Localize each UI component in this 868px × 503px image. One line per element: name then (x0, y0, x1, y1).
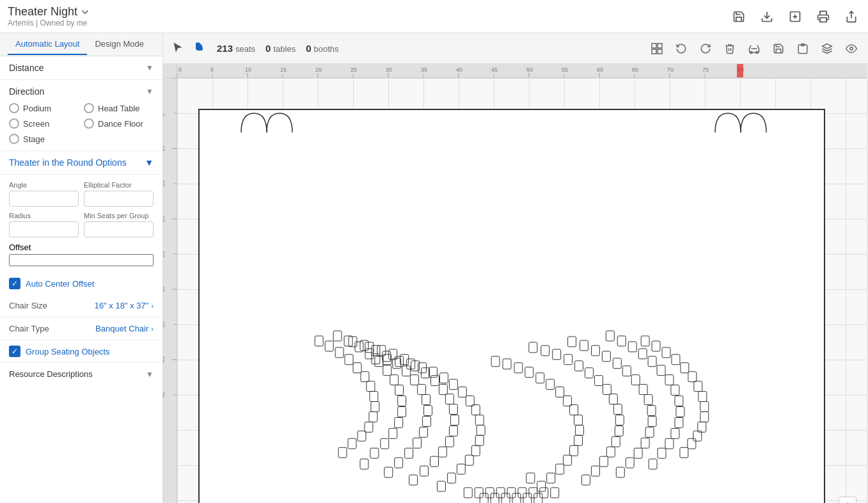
save-icon[interactable] (730, 8, 748, 26)
resource-desc-row[interactable]: Resource Descriptions ▼ (0, 363, 162, 385)
svg-rect-154 (485, 488, 494, 498)
canvas-wrapper[interactable]: 0 5 10 15 20 25 30 35 (163, 64, 868, 503)
radio-podium-circle (9, 103, 19, 113)
svg-text:15: 15 (280, 67, 287, 73)
hand-tool[interactable] (190, 38, 208, 58)
canvas-toolbar: 213 seats 0 tables 0 booths (163, 33, 868, 64)
chair-type-row[interactable]: Chair Type Banquet Chair › (0, 317, 162, 340)
svg-rect-93 (390, 375, 398, 385)
svg-rect-197 (626, 458, 634, 468)
svg-rect-118 (430, 456, 439, 467)
theater-options-header[interactable]: Theater in the Round Options ▼ (0, 151, 162, 175)
offset-input[interactable]: 0.00ft (9, 254, 154, 266)
svg-rect-200 (645, 427, 654, 437)
eye-icon[interactable] (841, 38, 862, 59)
svg-rect-134 (447, 473, 455, 483)
save2-icon[interactable] (768, 38, 789, 59)
export-icon[interactable] (786, 8, 804, 26)
share-icon[interactable] (842, 8, 860, 26)
title-dropdown-icon[interactable] (80, 7, 90, 17)
radio-stage[interactable]: Stage (9, 134, 79, 144)
auto-center-row[interactable]: Auto Center Offset (0, 273, 162, 294)
redo-icon[interactable] (695, 38, 716, 59)
svg-rect-163 (547, 473, 555, 483)
svg-rect-7 (658, 44, 662, 48)
radio-dance-floor[interactable]: Dance Floor (84, 118, 154, 129)
svg-rect-181 (599, 456, 608, 467)
svg-rect-190 (585, 368, 594, 378)
svg-rect-223 (638, 349, 647, 359)
svg-rect-226 (606, 331, 614, 341)
svg-rect-161 (537, 481, 546, 491)
direction-options: Podium Head Table Screen Dance Floor Sta… (9, 103, 154, 144)
svg-rect-213 (658, 448, 666, 458)
svg-rect-71 (338, 447, 347, 458)
chair-size-value[interactable]: 16" x 18" x 37" › (95, 301, 154, 310)
cursor-tool[interactable] (170, 39, 186, 58)
svg-rect-143 (458, 387, 466, 397)
radio-head-table[interactable]: Head Table (84, 103, 154, 113)
theater-options-label: Theater in the Round Options (9, 157, 127, 168)
radius-input[interactable]: 10.00ft (9, 221, 79, 237)
svg-rect-4 (820, 17, 826, 22)
svg-rect-156 (507, 488, 516, 498)
svg-rect-80 (353, 363, 361, 373)
seats-count: 213 (217, 43, 233, 54)
svg-rect-212 (649, 459, 657, 469)
svg-rect-72 (348, 438, 356, 449)
svg-rect-103 (413, 438, 422, 448)
svg-rect-218 (675, 396, 683, 406)
distance-header[interactable]: Distance ▼ (9, 63, 154, 73)
layout-grid-icon[interactable] (647, 38, 667, 59)
svg-rect-129 (400, 355, 409, 365)
min-seats-field: Min Seats per Group 11 (84, 212, 154, 237)
group-seating-checkbox[interactable] (9, 346, 20, 357)
head-table-label: Head Table (98, 104, 140, 113)
svg-rect-208 (602, 351, 610, 362)
svg-rect-183 (612, 436, 620, 447)
chair-type-chevron: › (151, 325, 154, 333)
radio-head-table-circle (84, 103, 94, 113)
tab-automatic-layout[interactable]: Automatic Layout (8, 34, 87, 55)
chair-size-chevron: › (151, 302, 154, 310)
radio-screen[interactable]: Screen (9, 118, 79, 129)
chair-type-value[interactable]: Banquet Chair › (95, 324, 154, 333)
top-bar-left: Theater Night Artemis | Owned by me (8, 5, 90, 28)
svg-rect-179 (582, 475, 590, 485)
ruler-vertical: 5 10 15 20 25 30 35 40 (163, 78, 177, 503)
download-icon[interactable] (758, 8, 776, 26)
undo-icon[interactable] (671, 38, 691, 59)
svg-rect-95 (375, 356, 383, 367)
svg-rect-228 (688, 438, 696, 449)
delete-icon[interactable] (720, 38, 740, 59)
svg-rect-204 (639, 385, 647, 395)
auto-center-checkbox[interactable] (9, 278, 20, 289)
app-title: Theater Night (8, 5, 90, 19)
angle-input[interactable]: 240 (9, 191, 79, 207)
print-icon[interactable] (814, 8, 832, 26)
direction-header[interactable]: Direction ▼ (9, 86, 154, 97)
svg-rect-78 (367, 381, 375, 392)
min-seats-input[interactable]: 11 (84, 221, 154, 237)
tab-design-mode[interactable]: Design Mode (87, 34, 152, 55)
layers-icon[interactable] (817, 38, 837, 59)
svg-rect-171 (564, 396, 572, 406)
clipboard-icon[interactable] (793, 38, 813, 59)
zoom-in-button[interactable]: + (839, 497, 856, 503)
group-seating-row[interactable]: Group Seating Objects (0, 340, 162, 363)
tables-label: tables (273, 44, 296, 54)
radio-podium[interactable]: Podium (9, 103, 79, 113)
chair-size-row[interactable]: Chair Size 16" x 18" x 37" › (0, 294, 162, 317)
svg-text:45: 45 (163, 392, 166, 398)
svg-rect-79 (361, 372, 369, 382)
drawing-area[interactable] (198, 109, 825, 503)
svg-rect-189 (594, 376, 603, 386)
radio-stage-circle (9, 134, 19, 144)
svg-rect-172 (556, 387, 564, 397)
svg-rect-215 (671, 428, 679, 438)
tables-count: 0 (265, 43, 271, 54)
svg-rect-73 (358, 431, 366, 441)
cut-icon[interactable] (744, 38, 764, 59)
elliptical-input[interactable]: 1 (84, 191, 154, 207)
zoom-controls: + − (839, 497, 856, 503)
